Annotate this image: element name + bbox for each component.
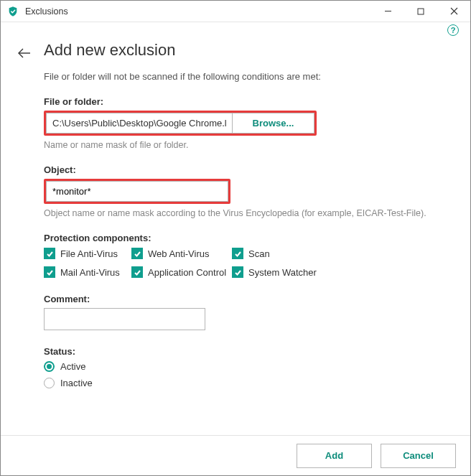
checkmark-icon	[44, 248, 55, 259]
file-folder-label: File or folder:	[44, 96, 453, 107]
checkbox-mail-antivirus[interactable]: Mail Anti-Virus	[44, 266, 131, 278]
file-folder-input[interactable]	[46, 113, 232, 134]
object-input-wrap	[44, 179, 230, 204]
page-description: File or folder will not be scanned if th…	[44, 71, 453, 82]
file-folder-hint: Name or name mask of file or folder.	[44, 140, 453, 150]
footer: Add Cancel	[1, 435, 470, 475]
page-title: Add new exclusion	[44, 41, 453, 60]
checkmark-icon	[131, 266, 143, 278]
comment-label: Comment:	[44, 294, 453, 304]
radio-label: Active	[60, 361, 85, 372]
help-icon[interactable]: ?	[447, 24, 459, 36]
components-label: Protection components:	[44, 233, 453, 243]
object-label: Object:	[44, 164, 453, 175]
subheader: ?	[1, 22, 470, 38]
radio-icon	[44, 361, 55, 372]
checkbox-application-control[interactable]: Application Control	[131, 266, 232, 278]
close-button[interactable]	[437, 1, 470, 22]
object-hint: Object name or name mask according to th…	[44, 208, 453, 218]
cancel-button[interactable]: Cancel	[381, 444, 456, 468]
checkbox-label: Scan	[248, 248, 270, 259]
checkmark-icon	[44, 266, 55, 278]
file-folder-row: Browse...	[44, 111, 317, 136]
checkbox-scan[interactable]: Scan	[232, 248, 318, 259]
titlebar: Exclusions	[1, 1, 470, 22]
checkbox-system-watcher[interactable]: System Watcher	[232, 266, 318, 278]
back-button[interactable]	[17, 45, 32, 61]
shield-icon	[6, 5, 19, 18]
checkmark-icon	[232, 248, 243, 259]
checkbox-label: System Watcher	[248, 267, 317, 278]
window-controls	[371, 1, 470, 22]
maximize-button[interactable]	[404, 1, 437, 22]
components-group: File Anti-Virus Web Anti-Virus Scan Mail…	[44, 248, 345, 278]
checkbox-label: Application Control	[148, 267, 226, 278]
content-inner: Add new exclusion File or folder will no…	[44, 38, 453, 388]
checkmark-icon	[232, 266, 243, 278]
status-group: Active Inactive	[44, 361, 453, 388]
svg-rect-1	[418, 9, 424, 14]
browse-button[interactable]: Browse...	[232, 113, 314, 134]
radio-active[interactable]: Active	[44, 361, 453, 372]
radio-inactive[interactable]: Inactive	[44, 378, 453, 388]
comment-input[interactable]	[44, 308, 205, 330]
content: Add new exclusion File or folder will no…	[1, 38, 470, 435]
window-title: Exclusions	[25, 6, 371, 17]
checkmark-icon	[131, 248, 143, 259]
checkbox-file-antivirus[interactable]: File Anti-Virus	[44, 248, 131, 259]
checkbox-web-antivirus[interactable]: Web Anti-Virus	[131, 248, 232, 259]
checkbox-label: Web Anti-Virus	[148, 248, 210, 259]
radio-icon	[44, 378, 55, 388]
checkbox-label: File Anti-Virus	[60, 248, 118, 259]
object-input[interactable]	[46, 181, 228, 202]
status-label: Status:	[44, 346, 453, 357]
add-button[interactable]: Add	[297, 444, 372, 468]
minimize-button[interactable]	[371, 1, 404, 22]
window: Exclusions ? Add new exclusion File or f	[0, 0, 471, 476]
checkbox-label: Mail Anti-Virus	[60, 267, 120, 278]
radio-label: Inactive	[60, 378, 93, 388]
